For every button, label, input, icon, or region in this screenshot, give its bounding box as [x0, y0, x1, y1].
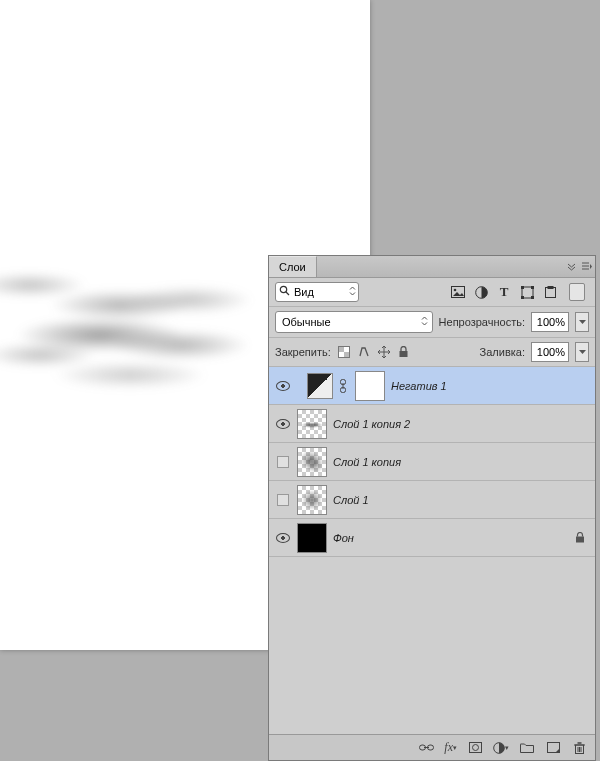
fill-input[interactable]	[531, 342, 569, 362]
eye-icon	[276, 381, 290, 391]
svg-rect-11	[547, 286, 553, 289]
svg-rect-8	[521, 296, 524, 299]
filter-row: Вид T	[269, 278, 595, 307]
lock-row: Закрепить: Заливка:	[269, 338, 595, 367]
lock-all-icon[interactable]	[397, 345, 411, 359]
blend-row: Обычные Непрозрачность:	[269, 307, 595, 338]
lock-label: Закрепить:	[275, 346, 331, 358]
hidden-icon	[277, 456, 289, 468]
layer-thumbnail[interactable]	[297, 523, 327, 553]
delete-layer-button[interactable]	[571, 740, 587, 756]
panel-footer: fx▾ ▾	[269, 734, 595, 760]
tab-label: Слои	[279, 261, 306, 273]
layers-panel: Слои Вид T	[268, 255, 596, 761]
fill-flyout-button[interactable]	[575, 342, 589, 362]
blend-mode-select[interactable]: Обычные	[275, 311, 433, 333]
filter-type-select[interactable]: Вид	[275, 282, 359, 302]
visibility-toggle[interactable]	[275, 416, 291, 432]
layer-name[interactable]: Фон	[333, 532, 569, 544]
svg-rect-17	[400, 351, 408, 357]
svg-point-3	[454, 289, 457, 292]
layer-row[interactable]: Слой 1 копия	[269, 443, 595, 481]
visibility-toggle[interactable]	[275, 454, 291, 470]
new-adjustment-button[interactable]: ▾	[493, 740, 509, 756]
layer-row[interactable]: Негатив 1	[269, 367, 595, 405]
type-filter-icon[interactable]: T	[497, 285, 511, 299]
hidden-icon	[277, 494, 289, 506]
mask-link-icon[interactable]	[339, 379, 349, 393]
svg-rect-7	[531, 286, 534, 289]
layer-thumbnail[interactable]	[297, 485, 327, 515]
layer-thumbnail[interactable]	[297, 447, 327, 477]
svg-rect-21	[576, 537, 584, 543]
visibility-toggle[interactable]	[275, 378, 291, 394]
visibility-toggle[interactable]	[275, 530, 291, 546]
new-group-button[interactable]	[519, 740, 535, 756]
layer-style-button[interactable]: fx▾	[444, 740, 457, 756]
layer-row[interactable]: Слой 1	[269, 481, 595, 519]
lock-icons-group	[337, 345, 474, 359]
new-layer-button[interactable]	[545, 740, 561, 756]
layer-row[interactable]: Фон	[269, 519, 595, 557]
opacity-flyout-button[interactable]	[575, 312, 589, 332]
layer-name[interactable]: Слой 1 копия 2	[333, 418, 589, 430]
eye-icon	[276, 533, 290, 543]
eye-icon	[276, 419, 290, 429]
layer-name[interactable]: Негатив 1	[391, 380, 589, 392]
lock-position-icon[interactable]	[377, 345, 391, 359]
tab-layers[interactable]: Слои	[269, 256, 317, 277]
svg-rect-9	[531, 296, 534, 299]
lock-transparency-icon[interactable]	[337, 345, 351, 359]
panel-menu-icon[interactable]	[579, 256, 595, 277]
layers-list: Негатив 1 Слой 1 копия 2 Слой 1 копия Сл…	[269, 367, 595, 734]
add-mask-button[interactable]	[467, 740, 483, 756]
blend-mode-wrap: Обычные	[275, 311, 433, 333]
shape-filter-icon[interactable]	[520, 285, 534, 299]
opacity-label: Непрозрачность:	[439, 316, 525, 328]
visibility-toggle[interactable]	[275, 492, 291, 508]
layer-filter-type[interactable]: Вид	[275, 282, 359, 302]
layer-thumbnail[interactable]	[297, 409, 327, 439]
layer-name[interactable]: Слой 1 копия	[333, 456, 589, 468]
collapse-icon[interactable]	[563, 256, 579, 277]
canvas-smoke-artwork	[0, 245, 270, 415]
link-layers-button[interactable]	[418, 740, 434, 756]
mask-thumbnail[interactable]	[355, 371, 385, 401]
smart-filter-icon[interactable]	[543, 285, 557, 299]
layer-row[interactable]: Слой 1 копия 2	[269, 405, 595, 443]
svg-rect-6	[521, 286, 524, 289]
pixel-filter-icon[interactable]	[451, 285, 465, 299]
fill-label: Заливка:	[480, 346, 525, 358]
panel-tab-bar: Слои	[269, 256, 595, 278]
opacity-input[interactable]	[531, 312, 569, 332]
lock-pixels-icon[interactable]	[357, 345, 371, 359]
adjustment-thumbnail-icon	[307, 373, 333, 399]
layer-name[interactable]: Слой 1	[333, 494, 589, 506]
lock-icon	[575, 532, 589, 543]
svg-point-26	[472, 745, 478, 751]
adjustment-filter-icon[interactable]	[474, 285, 488, 299]
filter-toggle-switch[interactable]	[569, 283, 585, 301]
filter-icons-group: T	[365, 283, 589, 301]
tab-spacer	[317, 256, 563, 277]
